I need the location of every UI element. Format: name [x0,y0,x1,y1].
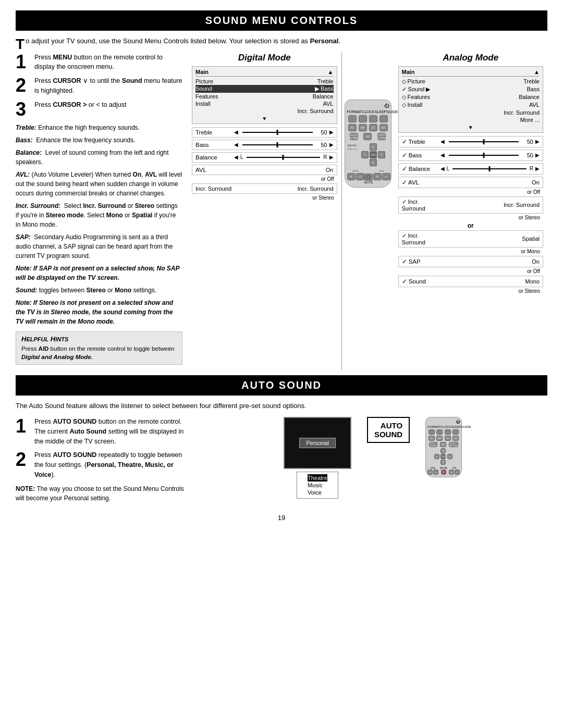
small-remote-mp[interactable]: MP [436,436,443,441]
bass-right-arrow: ▶ [329,142,334,147]
small-remote-btn4[interactable] [452,429,459,435]
analog-sound-or-stereo: or Stereo [398,288,544,294]
surround-label: Incr. Surround [195,186,237,192]
balance-right-arrow: ▶ [329,154,334,160]
analog-menu-row-install: ◇ InstallAVL [402,101,540,109]
small-remote-av[interactable]: AV [429,436,435,441]
remote-mute-icon[interactable]: 🔇 [364,174,373,181]
small-vol-minus[interactable]: − [433,470,438,475]
remote-ch-group: CH + − [373,169,390,184]
treble-right-arrow: ▶ [329,129,334,135]
remote-cc-btn[interactable]: CC [369,124,377,131]
remote-dpad-right[interactable]: > [378,151,385,158]
avl-or-off: or Off [192,176,337,182]
step-2-row: 2 Press CURSOR ∨ to until the Sound menu… [16,76,182,96]
small-dpad-right[interactable]: > [447,454,452,459]
remote-ch-plus[interactable]: + [373,173,382,180]
small-ch-plus[interactable]: + [449,470,454,475]
remote-guide-btn[interactable] [380,115,388,122]
remote-control-graphic: ⏻ FORMATCLOCKSLEEPGUIDE AV MP CC [345,100,391,188]
remote-mp-btn[interactable]: MP [359,124,367,131]
bass-left-arrow: ◀ [234,142,238,147]
balance-left-arrow: ◀ [234,154,238,160]
remote-mute-btn[interactable]: 🔇 MUTE [364,169,373,184]
incr-surround-desc: Incr. Surround: Select Incr. Surround or… [16,201,182,229]
small-dpad-left[interactable]: < [434,454,439,459]
small-remote-autoaction[interactable]: AUTO ACTION [449,442,458,447]
digital-bass-slider: Bass ◀ 50 ▶ [192,140,337,150]
auto-sound-header: AUTO SOUND [16,375,547,396]
analog-avl-value: On [446,179,540,186]
auto-sound-note: NOTE: The way you choose to set the Soun… [16,484,193,503]
auto-sound-title: AUTO SOUND [241,379,322,391]
analog-balance-left: ◀ [440,166,445,171]
analog-treble-right: ▶ [535,139,540,144]
remote-ch-minus[interactable]: − [382,173,390,180]
auto-sound-step-1-text: Press AUTO SOUND button on the remote co… [34,417,193,446]
balance-desc: Balance: Level of sound coming from the … [16,148,182,167]
auto-sound-remote: ⏻ FORMATCLOCKSLEEPGUIDE AV MP CC AVL [425,417,462,477]
step-3-number: 3 [16,100,30,119]
small-remote-row2: AV MP CC AVL [427,436,460,441]
remote-vol-minus[interactable]: − [356,173,364,180]
page: SOUND MENU CONTROLS To adjust your TV so… [0,0,563,728]
digital-menu-row-incr: Incr. Surround [195,107,334,115]
bass-label: Bass [195,142,232,148]
step-3-row: 3 Press CURSOR > or < to adjust [16,100,182,119]
stereo-note: Note: If Stereo is not present on a sele… [16,298,182,326]
remote-sleep-btn[interactable] [369,115,377,122]
auto-sound-step-1-num: 1 [16,417,30,436]
remote-format-btn[interactable] [348,115,357,122]
analog-sound-value: Mono [446,278,540,285]
step-2-number: 2 [16,76,30,95]
remote-vol-plus[interactable]: + [347,173,356,180]
digital-treble-slider: Treble ◀ 50 ▶ [192,127,337,138]
remote-auto-score-btn[interactable]: AUTO SCORE [350,133,358,140]
helpful-hints-title: HELPFUL HINTS [21,335,177,343]
avl-label: AVL [195,167,237,173]
digital-mode-section: Digital Mode Main▲ PictureTreble Sound▶ … [188,53,342,370]
small-dpad-down[interactable]: ∨ [440,460,446,465]
small-remote-btn3[interactable] [445,429,451,435]
treble-left-arrow: ◀ [234,129,238,135]
remote-avl-btn[interactable]: AVL [380,124,388,131]
sap-note: Note: If SAP is not present on a selecte… [16,264,182,282]
analog-balance-right: ▶ [535,166,540,171]
remote-av-btn[interactable]: AV [348,124,357,131]
remote-mute-label: MUTE [364,181,373,184]
small-vol-plus[interactable]: + [427,470,433,475]
small-remote-cc[interactable]: CC [445,436,451,441]
sound-desc: Sound: toggles between Stereo or Mono se… [16,286,182,295]
remote-menu-label: MENU∧ ∨ < > [347,144,358,151]
bass-value: 50 [317,142,327,148]
step-3-text: Press CURSOR > or < to adjust [34,100,126,110]
auto-sound-intro: The Auto Sound feature allows the listen… [16,401,547,411]
digital-surround-row: Incr. Surround Incr. Surround [192,183,337,194]
analog-surround-spatial-label: ✓ Incr. Surround [402,232,444,245]
remote-dpad-ok[interactable]: OK [370,151,377,158]
small-ch-minus[interactable]: − [455,470,460,475]
remote-ad-btn[interactable]: A/D [363,133,372,140]
helpful-hints-label: HELPFUL HINTS [21,335,68,343]
tv-screen-personal: Personal [299,438,335,448]
remote-vol-buttons: + − [347,173,364,180]
analog-surround-spatial-value: Spatial [446,236,540,242]
analog-surround-spatial-row: ✓ Incr. Surround Spatial [398,230,544,248]
remote-auto-action-btn[interactable]: AUTO ACTION [377,133,386,140]
small-mute-btn[interactable]: 🔇 [441,470,446,475]
analog-treble-value: 50 [523,139,533,145]
small-dpad-up[interactable]: ∧ [440,448,446,453]
small-remote-ad[interactable]: A/D [440,442,446,447]
small-dpad-ok[interactable]: OK [440,454,446,459]
small-remote-autoscore[interactable]: AUTO SCORE [429,442,437,447]
small-remote-avl[interactable]: AVL [452,436,459,441]
remote-clock-btn[interactable] [359,115,367,122]
remote-dpad-left[interactable]: < [361,151,369,158]
analog-mode-section: Analog Mode Main▲ ◇ PictureTreble ✓ Soun… [394,53,548,370]
remote-dpad-down[interactable]: ∨ [370,159,377,166]
remote-dpad-up[interactable]: ∧ [370,143,377,151]
auto-sound-visual: Personal Theatre Music Voice AUTO SOUND … [198,417,547,506]
analog-menu-row-features: ◇ FeaturesBalance [402,93,540,101]
small-remote-btn1[interactable] [429,429,435,435]
small-remote-btn2[interactable] [436,429,443,435]
